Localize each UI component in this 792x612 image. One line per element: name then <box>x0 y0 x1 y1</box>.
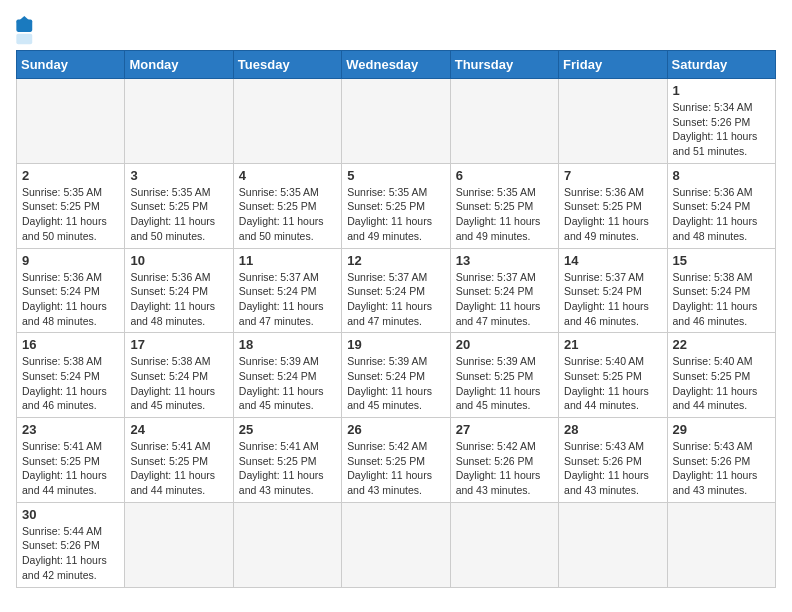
day-cell: 10Sunrise: 5:36 AM Sunset: 5:24 PM Dayli… <box>125 248 233 333</box>
day-info: Sunrise: 5:38 AM Sunset: 5:24 PM Dayligh… <box>673 270 770 329</box>
column-header-saturday: Saturday <box>667 51 775 79</box>
week-row-6: 30Sunrise: 5:44 AM Sunset: 5:26 PM Dayli… <box>17 502 776 587</box>
day-info: Sunrise: 5:40 AM Sunset: 5:25 PM Dayligh… <box>564 354 661 413</box>
day-info: Sunrise: 5:37 AM Sunset: 5:24 PM Dayligh… <box>347 270 444 329</box>
day-cell: 26Sunrise: 5:42 AM Sunset: 5:25 PM Dayli… <box>342 418 450 503</box>
week-row-3: 9Sunrise: 5:36 AM Sunset: 5:24 PM Daylig… <box>17 248 776 333</box>
calendar-table: SundayMondayTuesdayWednesdayThursdayFrid… <box>16 50 776 588</box>
day-number: 23 <box>22 422 119 437</box>
day-cell: 27Sunrise: 5:42 AM Sunset: 5:26 PM Dayli… <box>450 418 558 503</box>
day-cell: 16Sunrise: 5:38 AM Sunset: 5:24 PM Dayli… <box>17 333 125 418</box>
day-info: Sunrise: 5:43 AM Sunset: 5:26 PM Dayligh… <box>564 439 661 498</box>
day-cell: 3Sunrise: 5:35 AM Sunset: 5:25 PM Daylig… <box>125 163 233 248</box>
day-number: 1 <box>673 83 770 98</box>
day-info: Sunrise: 5:36 AM Sunset: 5:24 PM Dayligh… <box>673 185 770 244</box>
week-row-1: 1Sunrise: 5:34 AM Sunset: 5:26 PM Daylig… <box>17 79 776 164</box>
day-cell <box>559 502 667 587</box>
day-info: Sunrise: 5:41 AM Sunset: 5:25 PM Dayligh… <box>22 439 119 498</box>
day-info: Sunrise: 5:40 AM Sunset: 5:25 PM Dayligh… <box>673 354 770 413</box>
day-info: Sunrise: 5:36 AM Sunset: 5:25 PM Dayligh… <box>564 185 661 244</box>
day-cell: 22Sunrise: 5:40 AM Sunset: 5:25 PM Dayli… <box>667 333 775 418</box>
day-cell: 2Sunrise: 5:35 AM Sunset: 5:25 PM Daylig… <box>17 163 125 248</box>
day-cell <box>233 79 341 164</box>
day-cell: 6Sunrise: 5:35 AM Sunset: 5:25 PM Daylig… <box>450 163 558 248</box>
day-cell: 30Sunrise: 5:44 AM Sunset: 5:26 PM Dayli… <box>17 502 125 587</box>
day-info: Sunrise: 5:34 AM Sunset: 5:26 PM Dayligh… <box>673 100 770 159</box>
day-info: Sunrise: 5:39 AM Sunset: 5:24 PM Dayligh… <box>239 354 336 413</box>
day-number: 24 <box>130 422 227 437</box>
day-info: Sunrise: 5:35 AM Sunset: 5:25 PM Dayligh… <box>130 185 227 244</box>
day-cell: 25Sunrise: 5:41 AM Sunset: 5:25 PM Dayli… <box>233 418 341 503</box>
day-number: 27 <box>456 422 553 437</box>
day-info: Sunrise: 5:39 AM Sunset: 5:24 PM Dayligh… <box>347 354 444 413</box>
day-cell <box>342 79 450 164</box>
day-cell <box>559 79 667 164</box>
day-number: 22 <box>673 337 770 352</box>
day-info: Sunrise: 5:38 AM Sunset: 5:24 PM Dayligh… <box>22 354 119 413</box>
day-info: Sunrise: 5:41 AM Sunset: 5:25 PM Dayligh… <box>239 439 336 498</box>
day-info: Sunrise: 5:41 AM Sunset: 5:25 PM Dayligh… <box>130 439 227 498</box>
day-cell: 12Sunrise: 5:37 AM Sunset: 5:24 PM Dayli… <box>342 248 450 333</box>
logo <box>16 16 56 46</box>
column-header-wednesday: Wednesday <box>342 51 450 79</box>
svg-marker-1 <box>16 16 32 23</box>
day-info: Sunrise: 5:44 AM Sunset: 5:26 PM Dayligh… <box>22 524 119 583</box>
day-cell: 21Sunrise: 5:40 AM Sunset: 5:25 PM Dayli… <box>559 333 667 418</box>
day-number: 26 <box>347 422 444 437</box>
day-cell <box>17 79 125 164</box>
day-cell <box>667 502 775 587</box>
week-row-5: 23Sunrise: 5:41 AM Sunset: 5:25 PM Dayli… <box>17 418 776 503</box>
day-info: Sunrise: 5:42 AM Sunset: 5:26 PM Dayligh… <box>456 439 553 498</box>
day-number: 15 <box>673 253 770 268</box>
day-info: Sunrise: 5:38 AM Sunset: 5:24 PM Dayligh… <box>130 354 227 413</box>
day-cell: 19Sunrise: 5:39 AM Sunset: 5:24 PM Dayli… <box>342 333 450 418</box>
day-info: Sunrise: 5:35 AM Sunset: 5:25 PM Dayligh… <box>22 185 119 244</box>
day-cell <box>233 502 341 587</box>
page-header <box>16 16 776 46</box>
day-info: Sunrise: 5:35 AM Sunset: 5:25 PM Dayligh… <box>456 185 553 244</box>
day-cell <box>342 502 450 587</box>
day-cell: 28Sunrise: 5:43 AM Sunset: 5:26 PM Dayli… <box>559 418 667 503</box>
day-info: Sunrise: 5:37 AM Sunset: 5:24 PM Dayligh… <box>564 270 661 329</box>
day-number: 17 <box>130 337 227 352</box>
day-number: 25 <box>239 422 336 437</box>
day-cell: 1Sunrise: 5:34 AM Sunset: 5:26 PM Daylig… <box>667 79 775 164</box>
day-number: 12 <box>347 253 444 268</box>
day-number: 10 <box>130 253 227 268</box>
day-info: Sunrise: 5:36 AM Sunset: 5:24 PM Dayligh… <box>130 270 227 329</box>
day-number: 14 <box>564 253 661 268</box>
calendar-header-row: SundayMondayTuesdayWednesdayThursdayFrid… <box>17 51 776 79</box>
day-number: 19 <box>347 337 444 352</box>
day-info: Sunrise: 5:37 AM Sunset: 5:24 PM Dayligh… <box>239 270 336 329</box>
day-info: Sunrise: 5:39 AM Sunset: 5:25 PM Dayligh… <box>456 354 553 413</box>
day-number: 29 <box>673 422 770 437</box>
day-number: 18 <box>239 337 336 352</box>
day-number: 6 <box>456 168 553 183</box>
day-info: Sunrise: 5:42 AM Sunset: 5:25 PM Dayligh… <box>347 439 444 498</box>
day-number: 16 <box>22 337 119 352</box>
day-number: 13 <box>456 253 553 268</box>
day-number: 5 <box>347 168 444 183</box>
day-number: 3 <box>130 168 227 183</box>
day-info: Sunrise: 5:35 AM Sunset: 5:25 PM Dayligh… <box>239 185 336 244</box>
day-cell: 9Sunrise: 5:36 AM Sunset: 5:24 PM Daylig… <box>17 248 125 333</box>
column-header-sunday: Sunday <box>17 51 125 79</box>
day-cell: 29Sunrise: 5:43 AM Sunset: 5:26 PM Dayli… <box>667 418 775 503</box>
day-number: 28 <box>564 422 661 437</box>
day-cell <box>125 502 233 587</box>
day-cell: 14Sunrise: 5:37 AM Sunset: 5:24 PM Dayli… <box>559 248 667 333</box>
column-header-friday: Friday <box>559 51 667 79</box>
day-info: Sunrise: 5:35 AM Sunset: 5:25 PM Dayligh… <box>347 185 444 244</box>
day-cell: 24Sunrise: 5:41 AM Sunset: 5:25 PM Dayli… <box>125 418 233 503</box>
week-row-2: 2Sunrise: 5:35 AM Sunset: 5:25 PM Daylig… <box>17 163 776 248</box>
day-cell: 20Sunrise: 5:39 AM Sunset: 5:25 PM Dayli… <box>450 333 558 418</box>
day-cell: 11Sunrise: 5:37 AM Sunset: 5:24 PM Dayli… <box>233 248 341 333</box>
day-cell <box>450 79 558 164</box>
day-number: 2 <box>22 168 119 183</box>
day-number: 11 <box>239 253 336 268</box>
day-info: Sunrise: 5:36 AM Sunset: 5:24 PM Dayligh… <box>22 270 119 329</box>
column-header-tuesday: Tuesday <box>233 51 341 79</box>
day-info: Sunrise: 5:37 AM Sunset: 5:24 PM Dayligh… <box>456 270 553 329</box>
day-number: 4 <box>239 168 336 183</box>
day-number: 21 <box>564 337 661 352</box>
